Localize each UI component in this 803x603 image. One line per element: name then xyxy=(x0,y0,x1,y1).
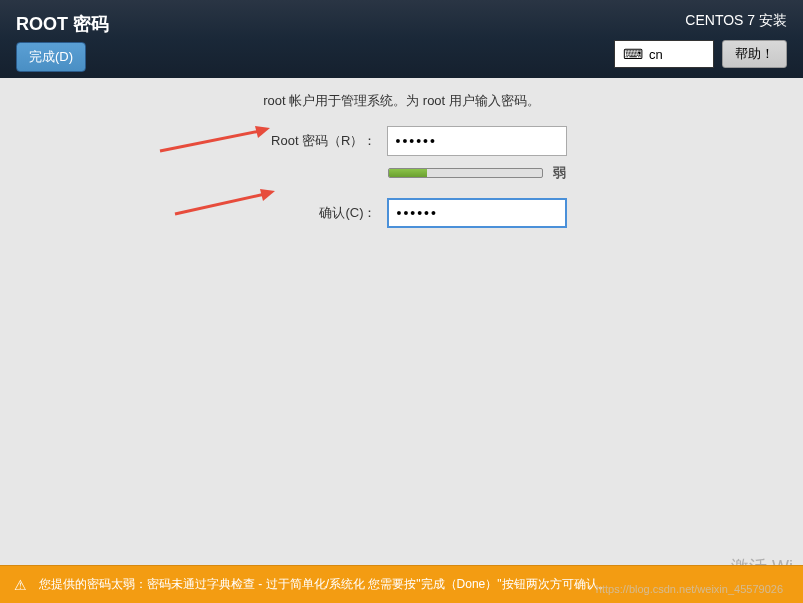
language-selector[interactable]: ⌨ cn xyxy=(614,40,714,68)
content: root 帐户用于管理系统。为 root 用户输入密码。 Root 密码（R）：… xyxy=(0,78,803,250)
header-right: CENTOS 7 安装 ⌨ cn 帮助！ xyxy=(614,12,787,66)
language-code: cn xyxy=(649,47,663,62)
strength-fill xyxy=(389,169,427,177)
page-title: ROOT 密码 xyxy=(16,12,109,36)
confirm-password-input[interactable] xyxy=(387,198,567,228)
warning-icon: ⚠ xyxy=(14,577,27,593)
strength-row: 弱 xyxy=(170,164,783,182)
lang-help-row: ⌨ cn 帮助！ xyxy=(614,40,787,68)
help-button[interactable]: 帮助！ xyxy=(722,40,787,68)
warning-message: 您提供的密码太弱：密码未通过字典检查 - 过于简单化/系统化 您需要按"完成（D… xyxy=(39,576,610,593)
done-button[interactable]: 完成(D) xyxy=(16,42,86,72)
root-password-input[interactable] xyxy=(387,126,567,156)
strength-bar xyxy=(388,168,543,178)
password-row: Root 密码（R）： xyxy=(20,126,783,156)
watermark-url: https://blog.csdn.net/weixin_45579026 xyxy=(596,583,783,595)
password-label: Root 密码（R）： xyxy=(237,132,377,150)
header-left: ROOT 密码 完成(D) xyxy=(16,12,109,66)
instruction-text: root 帐户用于管理系统。为 root 用户输入密码。 xyxy=(20,92,783,110)
installer-title: CENTOS 7 安装 xyxy=(685,12,787,30)
strength-label: 弱 xyxy=(553,164,566,182)
keyboard-icon: ⌨ xyxy=(623,46,643,62)
confirm-row: 确认(C)： xyxy=(20,198,783,228)
confirm-label: 确认(C)： xyxy=(237,204,377,222)
header: ROOT 密码 完成(D) CENTOS 7 安装 ⌨ cn 帮助！ xyxy=(0,0,803,78)
